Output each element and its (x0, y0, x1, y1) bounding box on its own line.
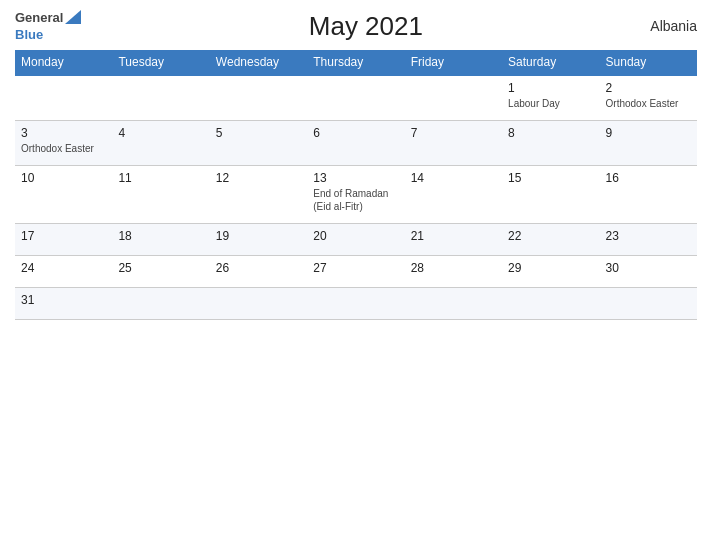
day-number: 14 (411, 171, 496, 185)
day-number: 9 (606, 126, 691, 140)
page: General Blue May 2021 Albania Monday Tue… (0, 0, 712, 550)
calendar-cell (15, 75, 112, 121)
day-number: 26 (216, 261, 301, 275)
calendar-cell: 26 (210, 256, 307, 288)
calendar-cell: 23 (600, 224, 697, 256)
svg-marker-0 (65, 10, 81, 24)
calendar-cell: 6 (307, 121, 404, 166)
day-number: 16 (606, 171, 691, 185)
calendar-cell: 1Labour Day (502, 75, 599, 121)
calendar-cell: 31 (15, 288, 112, 320)
day-number: 5 (216, 126, 301, 140)
day-event: Orthodox Easter (21, 142, 106, 155)
day-number: 19 (216, 229, 301, 243)
calendar-cell: 7 (405, 121, 502, 166)
header-monday: Monday (15, 50, 112, 75)
calendar-cell (405, 75, 502, 121)
calendar-row-1: 3Orthodox Easter456789 (15, 121, 697, 166)
header-tuesday: Tuesday (112, 50, 209, 75)
day-number: 20 (313, 229, 398, 243)
calendar-cell: 16 (600, 166, 697, 224)
calendar-cell: 15 (502, 166, 599, 224)
day-number: 12 (216, 171, 301, 185)
header-wednesday: Wednesday (210, 50, 307, 75)
calendar-cell: 14 (405, 166, 502, 224)
day-number: 4 (118, 126, 203, 140)
header-sunday: Sunday (600, 50, 697, 75)
calendar-cell: 24 (15, 256, 112, 288)
day-number: 8 (508, 126, 593, 140)
calendar-cell (600, 288, 697, 320)
day-number: 23 (606, 229, 691, 243)
calendar-row-2: 10111213End of Ramadan (Eid al-Fitr)1415… (15, 166, 697, 224)
calendar-cell: 30 (600, 256, 697, 288)
calendar-cell: 25 (112, 256, 209, 288)
calendar-cell (210, 75, 307, 121)
calendar-header: Monday Tuesday Wednesday Thursday Friday… (15, 50, 697, 75)
logo-blue-label: Blue (15, 27, 81, 42)
calendar-cell: 4 (112, 121, 209, 166)
calendar-cell: 9 (600, 121, 697, 166)
header-thursday: Thursday (307, 50, 404, 75)
day-number: 31 (21, 293, 106, 307)
day-number: 6 (313, 126, 398, 140)
day-number: 7 (411, 126, 496, 140)
day-number: 10 (21, 171, 106, 185)
calendar-body: 1Labour Day2Orthodox Easter3Orthodox Eas… (15, 75, 697, 320)
calendar-cell: 10 (15, 166, 112, 224)
day-number: 22 (508, 229, 593, 243)
calendar-cell: 3Orthodox Easter (15, 121, 112, 166)
calendar-cell: 13End of Ramadan (Eid al-Fitr) (307, 166, 404, 224)
calendar-cell: 20 (307, 224, 404, 256)
calendar-cell: 12 (210, 166, 307, 224)
calendar-cell: 28 (405, 256, 502, 288)
logo-general-label: General (15, 10, 63, 25)
calendar-title: May 2021 (309, 11, 423, 42)
header-friday: Friday (405, 50, 502, 75)
day-number: 25 (118, 261, 203, 275)
calendar-cell: 29 (502, 256, 599, 288)
day-number: 13 (313, 171, 398, 185)
country-label: Albania (650, 18, 697, 34)
day-number: 24 (21, 261, 106, 275)
calendar-cell: 18 (112, 224, 209, 256)
calendar-cell: 11 (112, 166, 209, 224)
day-number: 30 (606, 261, 691, 275)
calendar-cell: 27 (307, 256, 404, 288)
day-number: 2 (606, 81, 691, 95)
calendar-cell (112, 288, 209, 320)
day-number: 29 (508, 261, 593, 275)
calendar-row-5: 31 (15, 288, 697, 320)
calendar-cell: 2Orthodox Easter (600, 75, 697, 121)
flag-icon (65, 10, 81, 27)
weekday-header-row: Monday Tuesday Wednesday Thursday Friday… (15, 50, 697, 75)
day-number: 15 (508, 171, 593, 185)
day-number: 17 (21, 229, 106, 243)
day-number: 18 (118, 229, 203, 243)
calendar-cell: 5 (210, 121, 307, 166)
calendar-cell (307, 288, 404, 320)
calendar-cell: 21 (405, 224, 502, 256)
day-number: 11 (118, 171, 203, 185)
calendar-cell: 17 (15, 224, 112, 256)
day-event: Orthodox Easter (606, 97, 691, 110)
day-number: 21 (411, 229, 496, 243)
calendar-cell: 19 (210, 224, 307, 256)
day-number: 1 (508, 81, 593, 95)
calendar-cell (112, 75, 209, 121)
day-event: Labour Day (508, 97, 593, 110)
header: General Blue May 2021 Albania (15, 10, 697, 42)
header-saturday: Saturday (502, 50, 599, 75)
day-number: 3 (21, 126, 106, 140)
calendar-row-0: 1Labour Day2Orthodox Easter (15, 75, 697, 121)
calendar-table: Monday Tuesday Wednesday Thursday Friday… (15, 50, 697, 320)
logo-general-text: General (15, 10, 81, 27)
calendar-cell (210, 288, 307, 320)
calendar-cell (502, 288, 599, 320)
calendar-row-4: 24252627282930 (15, 256, 697, 288)
calendar-cell (307, 75, 404, 121)
day-event: End of Ramadan (Eid al-Fitr) (313, 187, 398, 213)
calendar-cell (405, 288, 502, 320)
logo: General Blue (15, 10, 81, 42)
calendar-cell: 22 (502, 224, 599, 256)
